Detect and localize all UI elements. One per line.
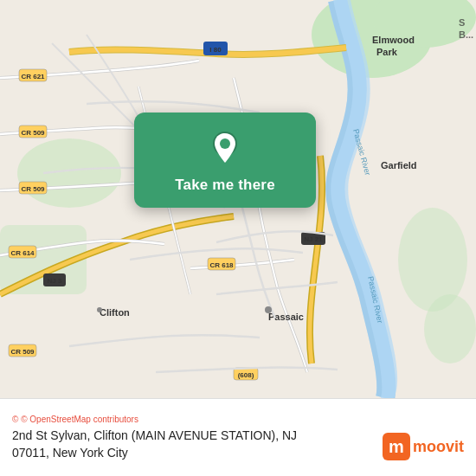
svg-text:Garfield: Garfield xyxy=(381,160,417,170)
svg-text:B...: B... xyxy=(459,29,473,40)
take-me-there-button[interactable]: Take me there xyxy=(175,177,275,194)
svg-text:Elmwood: Elmwood xyxy=(372,35,415,45)
osm-text: © OpenStreetMap contributors xyxy=(21,415,138,424)
svg-text:S: S xyxy=(459,17,465,28)
location-pin-icon xyxy=(205,128,245,168)
location-line1: 2nd St Sylvan, Clifton (MAIN AVENUE STAT… xyxy=(12,428,297,442)
svg-text:Clifton: Clifton xyxy=(100,307,130,318)
svg-text:CR 618: CR 618 xyxy=(209,261,234,269)
osm-credit: © © OpenStreetMap contributors xyxy=(12,415,464,424)
svg-point-36 xyxy=(265,306,272,313)
svg-text:CR 509: CR 509 xyxy=(21,129,45,137)
svg-text:NJ 3: NJ 3 xyxy=(48,277,62,285)
svg-point-39 xyxy=(220,138,230,149)
svg-text:CR 509: CR 509 xyxy=(10,348,35,356)
svg-text:CR 614: CR 614 xyxy=(10,249,35,257)
svg-text:CR 621: CR 621 xyxy=(21,73,45,80)
svg-point-37 xyxy=(97,307,102,312)
moovit-brand-text: moovit xyxy=(413,438,464,456)
svg-text:NJ 21: NJ 21 xyxy=(304,235,323,243)
moovit-m-icon: m xyxy=(383,433,410,460)
svg-text:I 80: I 80 xyxy=(209,46,222,54)
take-me-there-card[interactable]: Take me there xyxy=(134,113,316,208)
bottom-bar: © © OpenStreetMap contributors 2nd St Sy… xyxy=(0,398,476,476)
svg-text:(608): (608) xyxy=(238,371,254,379)
svg-point-6 xyxy=(424,294,476,363)
svg-point-4 xyxy=(17,138,121,208)
svg-text:CR 509: CR 509 xyxy=(21,185,45,193)
location-line2: 07011, New York City xyxy=(12,446,128,460)
svg-text:Park: Park xyxy=(376,47,398,57)
moovit-logo: m moovit xyxy=(383,433,464,460)
map-container: I 80 NJ 3 NJ 21 CR 621 CR 509 CR 509 CR xyxy=(0,0,476,398)
copyright-symbol: © xyxy=(12,415,18,424)
